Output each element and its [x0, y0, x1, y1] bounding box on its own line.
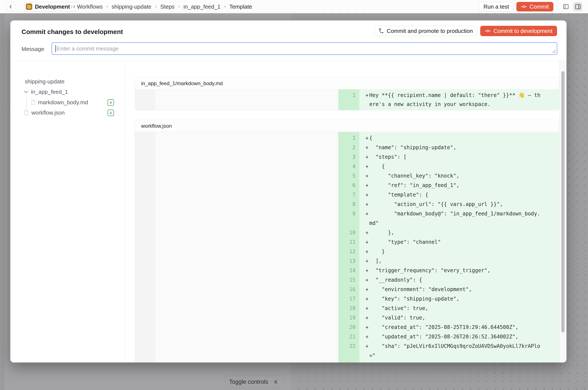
added-line: + "template": { — [359, 190, 559, 199]
left-panel-toggle[interactable] — [561, 2, 570, 11]
old-line-empty — [156, 143, 338, 152]
code-text: "trigger_frequency": "every_trigger", — [369, 266, 541, 275]
tree-item-markdown-body[interactable]: markdown_body.md — [31, 97, 88, 107]
tree-item-step-group[interactable]: in_app_feed_1 — [24, 87, 68, 97]
old-line-gutter — [135, 247, 156, 256]
commit-and-promote-button[interactable]: Commit and promote to production — [374, 26, 477, 36]
new-line-number: 18 — [338, 304, 359, 313]
resize-handle-icon[interactable] — [551, 49, 556, 53]
commit-button[interactable]: Commit — [516, 2, 553, 11]
diff-add-marker: + — [359, 341, 369, 351]
diff-line: 18+ "active": true, — [135, 304, 559, 313]
old-line-empty — [156, 256, 338, 266]
commit-to-development-button[interactable]: Commit to development — [480, 26, 557, 36]
breadcrumb-item-shipping-update[interactable]: shipping-update — [112, 3, 151, 10]
old-line-empty — [156, 332, 338, 341]
diff-line: 21+ "updated_at": "2025-08-26T20:26:52.3… — [135, 332, 559, 341]
chevron-left-icon — [9, 4, 13, 9]
diff-add-marker: + — [359, 256, 369, 266]
code-text: "template": { — [369, 190, 541, 199]
added-file-badge[interactable]: + — [107, 110, 114, 116]
code-text: "markdown_body@": "in_app_feed_1/markdow… — [369, 209, 541, 228]
back-button[interactable] — [6, 2, 15, 11]
file-icon — [24, 110, 29, 115]
tree-item-workflow-json[interactable]: workflow.json — [24, 107, 65, 118]
code-text: "action_url": "{{ vars.app_url }}", — [369, 199, 541, 209]
tree-file-label: markdown_body.md — [38, 99, 88, 106]
breadcrumb-separator-icon: › — [178, 3, 180, 10]
old-line-empty — [156, 133, 338, 143]
old-line-empty — [156, 360, 338, 362]
breadcrumb-separator-icon: › — [106, 3, 108, 10]
added-line: + }, — [359, 228, 559, 237]
old-line-gutter — [135, 133, 156, 143]
commit-changes-modal: Commit changes to development Commit and… — [10, 20, 567, 362]
diff-line: 7+ "template": { — [135, 190, 559, 199]
diff-add-marker: + — [359, 171, 369, 181]
tree-item-workflow-root[interactable]: shipping-update — [25, 76, 64, 87]
message-label: Message — [21, 46, 44, 52]
added-line: + ], — [359, 256, 559, 266]
old-line-gutter — [135, 360, 156, 362]
old-line-gutter — [135, 228, 156, 237]
old-line-empty — [156, 275, 338, 285]
breadcrumb-separator-icon: › — [70, 3, 72, 10]
modal-actions: Commit and promote to production Commit … — [374, 26, 557, 36]
diff-add-marker: + — [359, 181, 369, 190]
right-panel-toggle[interactable] — [573, 2, 583, 11]
commit-label: Commit — [530, 3, 549, 10]
old-line-gutter — [135, 190, 156, 199]
diff-line: 12+ } — [135, 247, 559, 256]
diff-file-header: workflow.json — [135, 120, 559, 132]
old-line-empty — [156, 294, 338, 304]
breadcrumb-item-Workflows[interactable]: Workflows — [77, 3, 103, 10]
diff-line: 11+ "type": "channel" — [135, 237, 559, 247]
added-line: + "updated_at": "2025-08-26T20:26:52.364… — [359, 332, 559, 341]
diff-line: 5+ "channel_key": "knock", — [135, 171, 559, 181]
code-text: "steps": [ — [369, 152, 541, 162]
diff-line: 20+ "created_at": "2025-08-25T19:29:46.6… — [135, 323, 559, 332]
breadcrumb: Workflows›shipping-update›Steps›in_app_f… — [77, 0, 252, 13]
commit-message-input[interactable]: Enter a commit message — [52, 42, 557, 55]
code-text: ], — [369, 256, 541, 266]
added-line: + "created_at": "2025-08-25T19:29:46.644… — [359, 323, 559, 332]
new-line-number: 6 — [338, 181, 359, 190]
new-line-number: 10 — [338, 228, 359, 237]
old-line-empty — [156, 323, 338, 332]
changed-files-tree: shipping-update in_app_feed_1 markdown_b… — [10, 61, 125, 362]
code-text: "active": true, — [369, 304, 541, 313]
diff-add-marker: + — [359, 304, 369, 313]
old-line-empty — [156, 152, 338, 162]
new-line-number: 23 — [338, 360, 359, 362]
diff-add-marker: + — [359, 133, 369, 143]
old-line-gutter — [135, 313, 156, 323]
diff-line: 19+ "valid": true, — [135, 313, 559, 323]
old-line-empty — [156, 199, 338, 209]
new-line-number: 4 — [338, 162, 359, 171]
scrollbar-thumb[interactable] — [561, 71, 565, 332]
added-file-badge[interactable]: + — [107, 99, 114, 106]
added-line: + "action_url": "{{ vars.app_url }}", — [359, 199, 559, 209]
tree-root-label: shipping-update — [25, 78, 64, 85]
scrollbar-track[interactable] — [559, 61, 567, 362]
diff-line: 1+{ — [135, 133, 559, 143]
breadcrumb-item-Steps[interactable]: Steps — [160, 3, 175, 10]
breadcrumb-item-in_app_feed_1[interactable]: in_app_feed_1 — [183, 3, 220, 10]
old-line-gutter — [135, 332, 156, 341]
old-line-empty — [156, 341, 338, 360]
added-line: + "sha": "pJeLVir6xIlUCMGqs9qroZoUAVDSwA… — [359, 341, 559, 360]
old-line-gutter — [135, 152, 156, 162]
old-line-gutter — [135, 256, 156, 266]
old-line-empty — [156, 237, 338, 247]
modal-body: shipping-update in_app_feed_1 markdown_b… — [10, 61, 567, 362]
commit-icon — [521, 4, 527, 10]
environment-name: Development — [35, 3, 70, 10]
code-text: "valid": true, — [369, 313, 541, 323]
added-line: + "steps": [ — [359, 152, 559, 162]
run-a-test-button[interactable]: Run a test — [479, 2, 514, 11]
added-line: + "environment": "development", — [359, 285, 559, 294]
diff-line: 15+ "__readonly": { — [135, 275, 559, 285]
old-line-empty — [156, 228, 338, 237]
old-line-gutter — [135, 341, 156, 360]
topbar-actions: Run a test Commit — [479, 2, 583, 11]
